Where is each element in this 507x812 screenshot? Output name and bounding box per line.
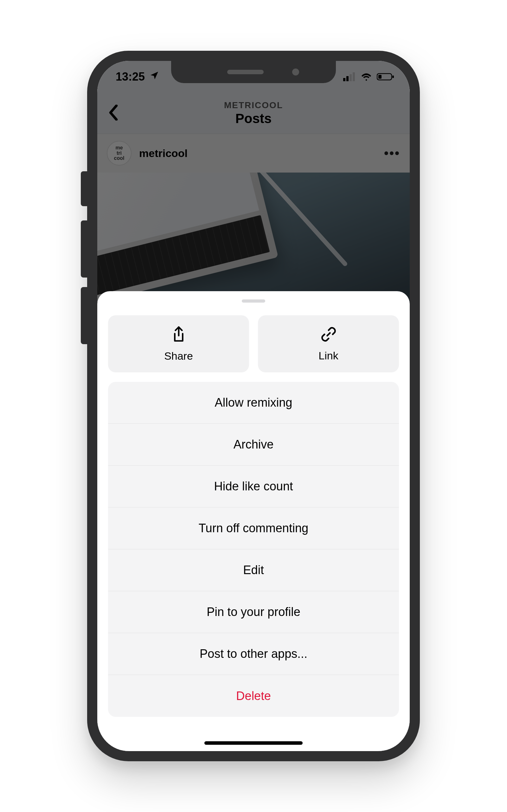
menu-allow-remixing[interactable]: Allow remixing	[108, 382, 399, 424]
menu-delete[interactable]: Delete	[108, 675, 399, 717]
link-icon	[320, 326, 337, 344]
side-button-volume-down	[81, 287, 87, 344]
menu-item-label: Hide like count	[214, 479, 293, 493]
menu-item-label: Post to other apps...	[200, 647, 307, 661]
sheet-grabber[interactable]	[242, 299, 265, 303]
front-camera	[292, 68, 299, 75]
menu-archive[interactable]: Archive	[108, 424, 399, 466]
menu-edit[interactable]: Edit	[108, 549, 399, 591]
sheet-top-buttons: Share Link	[108, 315, 399, 372]
sheet-menu: Allow remixing Archive Hide like count T…	[108, 382, 399, 717]
share-label: Share	[164, 350, 193, 362]
menu-item-label: Archive	[233, 438, 274, 451]
phone-frame: 13:25	[87, 51, 420, 761]
menu-item-label: Allow remixing	[215, 396, 292, 409]
link-label: Link	[319, 350, 338, 362]
menu-item-label: Edit	[243, 563, 264, 577]
speaker-grille	[227, 70, 264, 74]
menu-turn-off-commenting[interactable]: Turn off commenting	[108, 507, 399, 549]
home-indicator[interactable]	[205, 741, 302, 745]
link-button[interactable]: Link	[258, 315, 399, 372]
menu-hide-like-count[interactable]: Hide like count	[108, 466, 399, 507]
screen: 13:25	[97, 61, 410, 751]
side-button-mute	[81, 171, 87, 206]
menu-item-label: Pin to your profile	[207, 605, 300, 619]
menu-post-to-other-apps[interactable]: Post to other apps...	[108, 633, 399, 675]
canvas: 13:25	[0, 0, 507, 812]
menu-item-label: Turn off commenting	[199, 521, 308, 535]
share-icon	[171, 326, 187, 344]
share-button[interactable]: Share	[108, 315, 249, 372]
menu-pin-to-profile[interactable]: Pin to your profile	[108, 591, 399, 633]
menu-item-label: Delete	[236, 689, 271, 703]
action-sheet: Share Link Allow re	[97, 291, 410, 751]
side-button-volume-up	[81, 220, 87, 277]
notch	[171, 61, 336, 83]
